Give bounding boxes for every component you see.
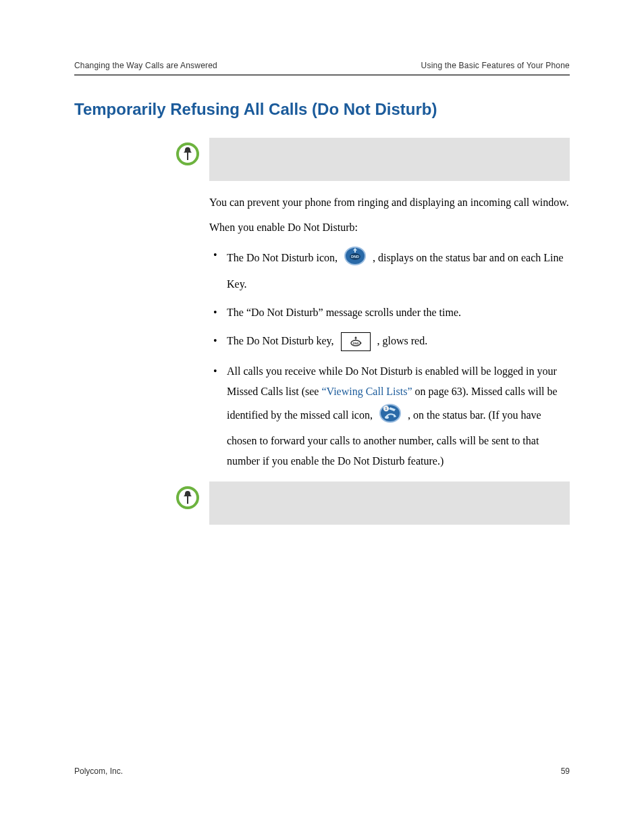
paragraph: When you enable Do Not Disturb: (209, 219, 570, 235)
list-item: The “Do Not Disturb” message scrolls und… (209, 305, 570, 320)
header-left: Changing the Way Calls are Answered (74, 61, 217, 70)
page: Changing the Way Calls are Answered Usin… (0, 0, 644, 834)
paragraph: You can prevent your phone from ringing … (209, 194, 570, 210)
page-title: Temporarily Refusing All Calls (Do Not D… (74, 100, 570, 119)
text: The “Do Not Disturb” message scrolls und… (227, 307, 461, 318)
svg-point-10 (385, 416, 389, 419)
svg-rect-1 (187, 153, 188, 160)
svg-rect-12 (187, 496, 188, 504)
viewing-call-lists-link[interactable]: “Viewing Call Lists” (321, 386, 412, 397)
missed-call-icon: 1 (378, 402, 402, 430)
text: The Do Not Disturb key, (227, 335, 337, 346)
dnd-key-icon: DND (341, 332, 371, 351)
dnd-status-icon: DND (343, 244, 367, 273)
text: , glows red. (377, 335, 428, 346)
body-content: You can prevent your phone from ringing … (209, 194, 570, 472)
note-callout (169, 481, 570, 525)
text: The Do Not Disturb icon, (227, 253, 340, 264)
running-header: Changing the Way Calls are Answered Usin… (74, 61, 570, 76)
footer-page-number: 59 (561, 766, 570, 776)
footer-left: Polycom, Inc. (74, 766, 123, 776)
note-callout (169, 138, 570, 181)
list-item: The Do Not Disturb icon, DND , displays … (209, 244, 570, 295)
page-footer: Polycom, Inc. 59 (74, 766, 570, 776)
list-item: The Do Not Disturb key, DND , glows red. (209, 330, 570, 352)
list-item: All calls you receive while Do Not Distu… (209, 361, 570, 472)
pushpin-icon (176, 486, 200, 510)
svg-text:DND: DND (352, 341, 358, 344)
bullet-list: The Do Not Disturb icon, DND , displays … (209, 244, 570, 471)
header-right: Using the Basic Features of Your Phone (421, 61, 570, 70)
pushpin-icon (176, 142, 200, 166)
svg-point-7 (380, 405, 400, 422)
svg-text:DND: DND (351, 255, 359, 259)
